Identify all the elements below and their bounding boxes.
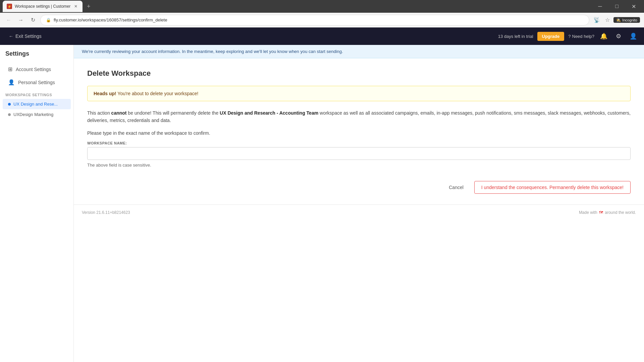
sidebar-item-personal-settings[interactable]: 👤 Personal Settings [3, 76, 71, 89]
cast-icon[interactable]: 📡 [592, 15, 601, 25]
settings-icon[interactable]: ⚙ [613, 31, 624, 42]
warning-message: You're about to delete your workspace! [116, 91, 199, 96]
confirm-instructions: Please type in the exact name of the wor… [87, 130, 631, 136]
sidebar-item-account-settings[interactable]: ⊞ Account Settings [3, 63, 71, 76]
sidebar-title: Settings [0, 50, 73, 63]
browser-toolbar: ← → ↻ 🔒 fly.customer.io/workspaces/16085… [0, 13, 644, 27]
top-nav: ← Exit Settings 13 days left in trial Up… [0, 27, 644, 45]
back-arrow-icon: ← [9, 34, 13, 39]
close-window-button[interactable]: ✕ [626, 0, 641, 13]
tab-favicon: ⚡ [7, 4, 12, 9]
help-icon: ? [568, 34, 571, 39]
page-content: Delete Workspace Heads up! You're about … [74, 58, 644, 204]
sidebar: Settings ⊞ Account Settings 👤 Personal S… [0, 45, 74, 362]
workspace-name-label: WORKSPACE NAME: [87, 141, 631, 145]
main-layout: Settings ⊞ Account Settings 👤 Personal S… [0, 45, 644, 362]
page-footer: Version 21.6.11+b8214623 Made with 🗺 aro… [74, 204, 644, 220]
browser-tab[interactable]: ⚡ Workspace settings | Customer ✕ [3, 1, 83, 12]
top-nav-left: ← Exit Settings [5, 32, 45, 41]
version-text: Version 21.6.11+b8214623 [82, 210, 130, 215]
info-banner: We're currently reviewing your account i… [74, 45, 644, 58]
grid-icon: ⊞ [8, 66, 12, 72]
made-with-text: Made with 🗺 around the world. [579, 210, 636, 215]
action-row: Cancel I understand the consequences. Pe… [87, 181, 631, 194]
new-tab-button[interactable]: + [84, 2, 93, 11]
window-controls: ─ □ ✕ [590, 0, 644, 13]
incognito-badge: 🕵 Incognito [613, 17, 640, 23]
workspace-dot [8, 113, 11, 116]
workspace-item-ux-design[interactable]: UX Design and Rese... [3, 99, 71, 109]
delete-workspace-button[interactable]: I understand the consequences. Permanent… [474, 181, 631, 194]
heart-icon: 🗺 [599, 210, 603, 215]
back-button[interactable]: ← [4, 15, 13, 25]
warning-heads-up: Heads up! [94, 91, 116, 96]
cancel-button[interactable]: Cancel [443, 182, 469, 193]
page-title: Delete Workspace [87, 69, 631, 78]
address-bar[interactable]: 🔒 fly.customer.io/workspaces/160857/sett… [40, 15, 589, 25]
maximize-button[interactable]: □ [609, 0, 625, 13]
close-tab-button[interactable]: ✕ [73, 4, 78, 9]
workspace-item-uxdesign-marketing[interactable]: UXDesign Marketing [3, 109, 71, 120]
reload-button[interactable]: ↻ [28, 15, 38, 25]
forward-button[interactable]: → [16, 15, 25, 25]
tab-title: Workspace settings | Customer [15, 4, 70, 9]
bookmark-icon[interactable]: ☆ [603, 15, 612, 25]
top-nav-right: 13 days left in trial Upgrade ? Need hel… [498, 31, 639, 42]
toolbar-icons: 📡 ☆ 🕵 Incognito [592, 15, 640, 25]
workspace-active-dot [8, 103, 11, 106]
description-text: This action cannot be undone! This will … [87, 109, 631, 124]
workspace-settings-section-title: WORKSPACE SETTINGS [0, 89, 73, 99]
user-avatar-icon[interactable]: 👤 [628, 31, 639, 42]
workspace-name-input[interactable] [87, 147, 631, 160]
upgrade-button[interactable]: Upgrade [537, 32, 565, 41]
content-area: We're currently reviewing your account i… [74, 45, 644, 362]
field-hint: The above field is case sensitive. [87, 163, 631, 168]
trial-text: 13 days left in trial [498, 34, 533, 39]
user-icon: 👤 [8, 79, 15, 85]
workspace-name-form: WORKSPACE NAME: The above field is case … [87, 141, 631, 168]
need-help-button[interactable]: ? Need help? [568, 34, 594, 39]
warning-box: Heads up! You're about to delete your wo… [87, 86, 631, 101]
minimize-button[interactable]: ─ [592, 0, 608, 13]
url-display: fly.customer.io/workspaces/160857/settin… [54, 17, 584, 22]
notifications-icon[interactable]: 🔔 [598, 31, 609, 42]
exit-settings-button[interactable]: ← Exit Settings [5, 32, 45, 41]
